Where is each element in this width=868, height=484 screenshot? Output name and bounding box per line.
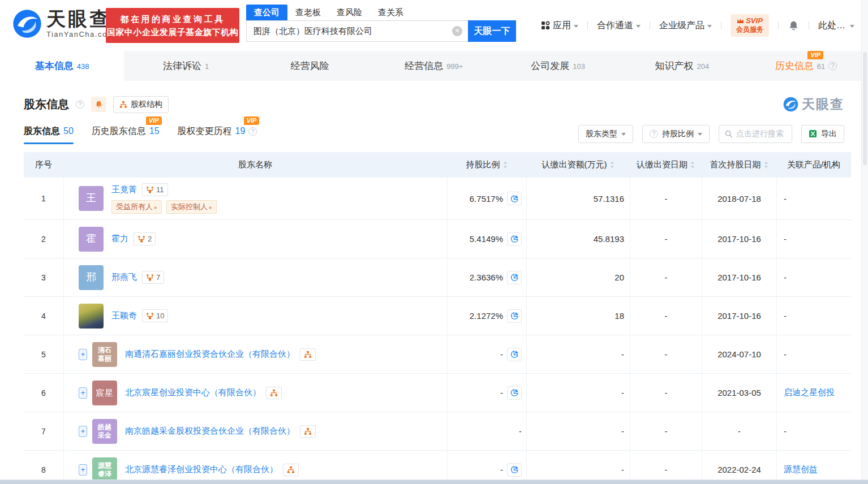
sub-tab-label: 历史股东信息: [92, 126, 146, 137]
subtab-row: 股东信息50历史股东信息15VIP股权变更历程19VIP 股东类型 持股比例: [24, 123, 844, 144]
help-icon[interactable]: [76, 100, 84, 109]
clear-search-icon[interactable]: [452, 26, 462, 36]
search-tab-4[interactable]: 查关系: [370, 5, 411, 20]
shareholding-ratio-filter[interactable]: 持股比例: [642, 125, 710, 143]
tianyancha-logo[interactable]: 天眼查 TianYanCha.com: [12, 9, 114, 38]
search-input[interactable]: [246, 20, 468, 42]
pie-chart-button[interactable]: [507, 309, 522, 323]
relation-graph-button[interactable]: 11: [142, 183, 168, 196]
shareholder-cell: 霍霍力2: [63, 220, 447, 258]
column-header-no: 序号: [24, 159, 63, 170]
relation-graph-icon: [137, 235, 145, 243]
shareholder-name-block: 王竟菁11受益所有人实际控制人: [111, 183, 217, 214]
sort-icon[interactable]: [503, 161, 508, 168]
caret-down-icon: [850, 25, 854, 28]
avatar-text: 嘉丽: [98, 355, 111, 363]
shareholder-name-link[interactable]: 邢燕飞: [111, 272, 137, 283]
search-button[interactable]: 天眼一下: [468, 20, 516, 42]
user-account-menu[interactable]: 此处…: [818, 20, 854, 32]
relation-graph-button[interactable]: 2: [134, 232, 156, 245]
sort-icon[interactable]: [610, 161, 615, 168]
pie-chart-icon: [510, 465, 519, 474]
equity-structure-button[interactable]: 股权结构: [113, 96, 169, 113]
menu-separator: [809, 21, 809, 29]
search-tab-2[interactable]: 查老板: [287, 5, 329, 20]
shareholder-name-link[interactable]: 王颖奇: [111, 310, 137, 321]
column-header-amount[interactable]: 认缴出资额(万元): [526, 159, 630, 170]
shareholder-name-link[interactable]: 北京源慧睿泽创业投资中心（有限合伙）: [125, 464, 278, 475]
help-icon[interactable]: [248, 127, 257, 136]
relation-graph-button[interactable]: 10: [142, 309, 168, 322]
nav-tab-inner: 经营信息999+: [405, 59, 463, 72]
capital-date-cell: -: [630, 374, 702, 412]
pie-chart-icon: [510, 350, 519, 358]
expand-button[interactable]: [79, 464, 87, 476]
sort-icon[interactable]: [690, 161, 695, 168]
nav-tab-6[interactable]: 知识产权204: [620, 51, 744, 81]
equity-chart-button[interactable]: [300, 348, 316, 361]
nav-tab-4[interactable]: 经营信息999+: [372, 51, 496, 81]
related-product-link[interactable]: 源慧创益: [784, 464, 818, 475]
main-content: 股东信息 股权结构: [0, 96, 868, 484]
search-tab-3[interactable]: 查风险: [329, 5, 370, 20]
pie-chart-button[interactable]: [507, 348, 522, 361]
shareholder-tag[interactable]: 受益所有人: [111, 200, 162, 214]
pie-chart-button[interactable]: [507, 192, 522, 205]
pie-chart-button[interactable]: [507, 232, 522, 246]
vertical-scrollbar-thumb[interactable]: [863, 52, 867, 165]
shareholder-name-link[interactable]: 南京皓越采金股权投资合伙企业（有限合伙）: [125, 426, 295, 437]
related-product-link[interactable]: 启迪之星创投: [784, 387, 835, 398]
search-row: 天眼一下: [246, 20, 516, 42]
nav-tab-2[interactable]: 法律诉讼1: [124, 51, 248, 81]
nav-tab-3[interactable]: 经营风险: [248, 51, 372, 81]
pie-chart-button[interactable]: [507, 463, 522, 477]
shareholder-tag[interactable]: 实际控制人: [166, 200, 217, 214]
shareholder-name-link[interactable]: 霍力: [111, 234, 128, 244]
row-index: 3: [24, 258, 63, 296]
search-area: 查公司查老板查风险查关系 天眼一下: [246, 5, 516, 42]
shareholder-avatar: 王: [79, 186, 104, 211]
horizontal-scrollbar[interactable]: [0, 479, 868, 484]
expand-button[interactable]: [79, 387, 87, 399]
sub-tab-3[interactable]: 股权变更历程19VIP: [178, 123, 257, 144]
nav-tab-1[interactable]: 基本信息438: [0, 51, 124, 81]
row-index: 4: [24, 297, 63, 335]
sub-tab-2[interactable]: 历史股东信息15VIP: [92, 123, 160, 144]
pie-chart-button[interactable]: [507, 386, 522, 400]
shareholder-name-link[interactable]: 王竟菁: [111, 184, 137, 195]
vertical-scrollbar[interactable]: [861, 0, 868, 484]
column-header-capdate[interactable]: 认缴出资日期: [630, 159, 702, 170]
column-header-ratio[interactable]: 持股比例: [447, 159, 526, 170]
shareholder-name-link[interactable]: 南通清石嘉丽创业投资合伙企业（有限合伙）: [125, 349, 295, 360]
sort-icon[interactable]: [764, 161, 768, 168]
table-search-input[interactable]: 点击进行搜索: [719, 125, 792, 143]
export-button[interactable]: 导出: [801, 125, 844, 143]
column-header-label: 首次持股日期: [710, 159, 761, 170]
search-tab-1[interactable]: 查公司: [246, 5, 287, 20]
monitor-bell-button[interactable]: [91, 97, 106, 112]
column-header-firstdate[interactable]: 首次持股日期: [702, 159, 776, 170]
menu-cooperation[interactable]: 合作通道: [597, 20, 641, 32]
help-icon[interactable]: [828, 62, 837, 70]
notification-bell-button[interactable]: [788, 20, 800, 32]
ratio-value: -: [500, 388, 503, 397]
sub-tab-1[interactable]: 股东信息50: [24, 123, 74, 144]
menu-apps[interactable]: 应用: [541, 20, 578, 32]
svip-member-button[interactable]: SVIP 会员服务: [731, 14, 769, 36]
expand-button[interactable]: [79, 426, 87, 437]
nav-tab-5[interactable]: 公司发展103: [496, 51, 620, 81]
equity-chart-button[interactable]: [266, 387, 282, 399]
relation-graph-button[interactable]: 7: [142, 271, 164, 284]
amount-cell: -: [526, 374, 630, 412]
equity-chart-button[interactable]: [300, 425, 316, 438]
shareholder-name-link[interactable]: 北京宸星创业投资中心（有限合伙）: [125, 387, 261, 398]
amount-cell: 57.1316: [526, 178, 630, 219]
pie-chart-button[interactable]: [507, 271, 522, 284]
menu-enterprise[interactable]: 企业级产品: [659, 20, 712, 32]
equity-structure-label: 股权结构: [131, 100, 162, 110]
expand-button[interactable]: [79, 349, 87, 360]
equity-chart-button[interactable]: [283, 464, 299, 476]
shareholder-type-filter[interactable]: 股东类型: [578, 125, 633, 143]
nav-tab-inner: 历史信息61VIP: [775, 59, 837, 72]
nav-tab-7[interactable]: 历史信息61VIP: [744, 51, 868, 81]
